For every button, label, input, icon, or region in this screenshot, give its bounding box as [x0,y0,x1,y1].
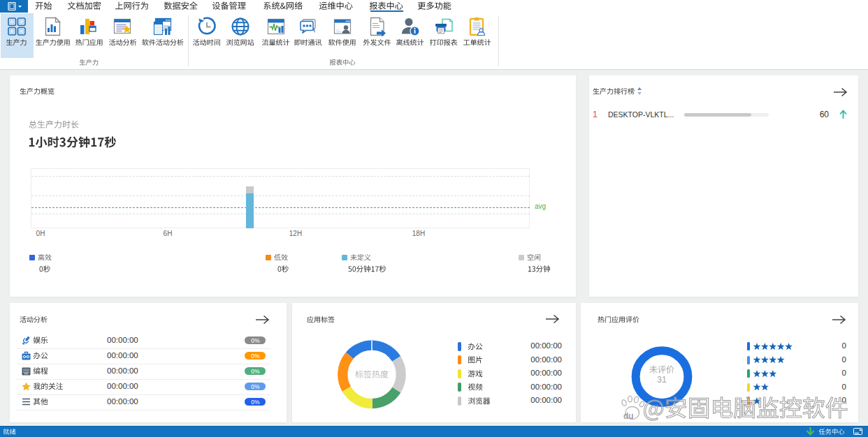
svg-text:du: du [623,411,634,421]
